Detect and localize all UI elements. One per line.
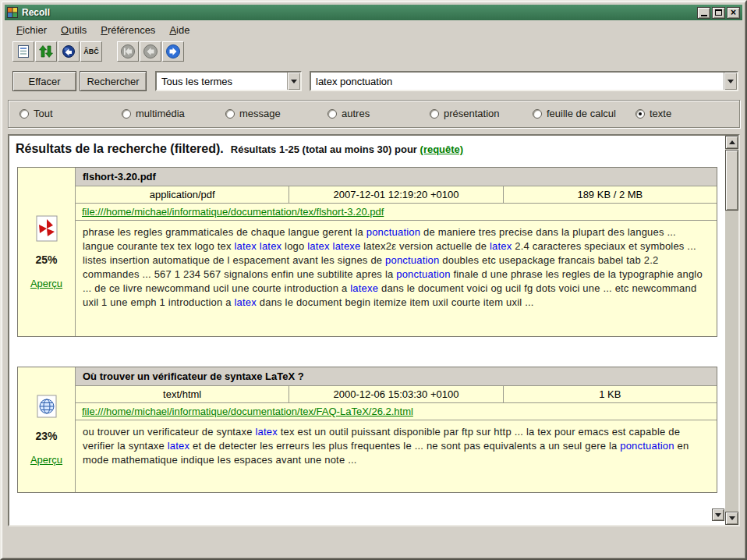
results-panel: Résultats de la recherche (filtered).Rés…	[8, 134, 740, 526]
result-mime: application/pdf	[76, 186, 289, 203]
next-page-icon	[165, 44, 181, 59]
highlighted-term: ponctuation	[396, 268, 450, 280]
query-value[interactable]: latex ponctuation	[311, 76, 724, 87]
filter-radio-tout[interactable]: Tout	[19, 108, 53, 119]
result-item: 25% Aperçu flshort-3.20.pdf application/…	[17, 167, 717, 337]
result-url-row: file:///home/michael/informatique/docume…	[76, 403, 717, 420]
highlighted-term: latexe	[333, 240, 361, 252]
filter-label: texte	[650, 108, 671, 119]
filter-radio-multimedia[interactable]: multimédia	[122, 108, 185, 119]
highlighted-term: latex	[256, 426, 278, 438]
highlighted-term: latex	[307, 240, 329, 252]
highlighted-term: latex	[260, 240, 281, 252]
highlighted-term: ponctuation	[385, 254, 439, 266]
scrollbar-thumb[interactable]	[725, 150, 738, 211]
sort-parameters-button[interactable]	[58, 41, 80, 62]
menu-fichier[interactable]: Fichier	[9, 23, 54, 37]
result-side-panel: 23% Aperçu	[18, 367, 76, 492]
chevron-down-icon[interactable]	[724, 73, 737, 90]
pdf-file-icon	[35, 215, 58, 242]
next-page-button[interactable]	[162, 41, 184, 62]
result-url-link[interactable]: file:///home/michael/informatique/docume…	[82, 206, 384, 218]
result-meta-row: application/pdf 2007-12-01 12:19:20 +010…	[76, 186, 717, 204]
highlighted-term: ponctuation	[620, 440, 674, 452]
radio-icon	[327, 109, 337, 119]
recoll-window: Recoll Fichier Outils Préférences Aide	[0, 0, 747, 560]
filter-label: multimédia	[136, 108, 185, 119]
radio-icon	[533, 109, 542, 119]
highlighted-term: ponctuation	[366, 226, 420, 238]
filter-radio-message[interactable]: message	[225, 108, 281, 119]
scroll-up-button[interactable]	[725, 136, 738, 149]
previous-page-button[interactable]	[140, 41, 161, 62]
result-item: 23% Aperçu Où trouver un vérificateur de…	[17, 367, 717, 493]
preview-link[interactable]: Aperçu	[30, 278, 62, 289]
relevance-percent: 23%	[35, 430, 57, 442]
menu-outils[interactable]: Outils	[54, 23, 94, 37]
summary-prefix: Résultats	[231, 144, 277, 155]
result-snippet: ou trouver un verificateur de syntaxe la…	[76, 420, 717, 492]
term-explorer-icon: ÂBĈ	[83, 48, 99, 55]
result-url-row: file:///home/michael/informatique/docume…	[76, 204, 717, 221]
filter-label: Tout	[34, 108, 53, 119]
filter-label: autres	[342, 108, 370, 119]
first-page-button[interactable]	[117, 41, 139, 62]
result-mime: text/html	[76, 386, 289, 402]
chevron-down-icon[interactable]	[287, 73, 300, 90]
filter-label: message	[239, 108, 281, 119]
update-index-icon	[38, 44, 54, 58]
preview-link[interactable]: Aperçu	[30, 454, 62, 466]
scroll-down-button[interactable]	[725, 512, 738, 525]
radio-icon	[19, 109, 29, 119]
highlighted-term: latex	[235, 296, 257, 308]
recoll-app-icon	[7, 7, 18, 18]
minimize-icon	[701, 15, 707, 16]
filter-radio-presentation[interactable]: présentation	[430, 108, 500, 119]
close-button close-icon[interactable]	[727, 7, 740, 19]
result-title: flshort-3.20.pdf	[76, 168, 717, 186]
highlighted-term: latexe	[350, 282, 378, 294]
query-details-link[interactable]: (requête)	[420, 144, 464, 155]
filter-radio-feuille-de-calcul[interactable]: feuille de calcul	[533, 108, 616, 119]
maximize-icon	[715, 9, 722, 16]
clear-button[interactable]: Effacer	[12, 71, 76, 91]
filter-radio-texte[interactable]: texte	[635, 108, 671, 119]
radio-icon	[635, 109, 645, 119]
term-explorer-button[interactable]: ÂBĈ	[80, 41, 102, 62]
highlighted-term: latex	[235, 240, 257, 252]
filter-radio-autres[interactable]: autres	[327, 108, 370, 119]
radio-icon	[122, 109, 131, 119]
result-url-link[interactable]: file:///home/michael/informatique/docume…	[82, 406, 413, 417]
menu-aide[interactable]: Aide	[162, 23, 196, 37]
result-size: 1 KB	[504, 386, 717, 402]
update-index-button[interactable]	[35, 41, 57, 62]
relevance-percent: 25%	[35, 253, 57, 266]
search-button[interactable]: Rechercher	[80, 71, 147, 91]
result-detail: flshort-3.20.pdf application/pdf 2007-12…	[76, 168, 717, 336]
result-size: 189 KB / 2 MB	[504, 186, 717, 203]
inner-scrollbar-down-button[interactable]	[712, 509, 724, 521]
maximize-button[interactable]	[712, 7, 725, 19]
result-detail: Où trouver un vérificateur de syntaxe La…	[76, 367, 717, 492]
radio-icon	[430, 109, 439, 119]
title-bar[interactable]: Recoll	[5, 5, 742, 20]
result-snippet: phrase les regles grammaticales de chaqu…	[76, 221, 717, 336]
category-filter-panel: Tout multimédia message autres présentat…	[8, 100, 740, 128]
window-title: Recoll	[22, 7, 696, 18]
filter-label: feuille de calcul	[547, 108, 616, 119]
menu-preferences[interactable]: Préférences	[94, 23, 162, 37]
query-input[interactable]: latex ponctuation	[310, 71, 738, 91]
minimize-button[interactable]	[697, 7, 710, 19]
search-mode-select[interactable]: Tous les termes	[155, 71, 302, 91]
results-list: Résultats de la recherche (filtered).Rés…	[9, 136, 725, 525]
menu-bar: Fichier Outils Préférences Aide	[5, 22, 742, 38]
result-title: Où trouver un vérificateur de syntaxe La…	[76, 367, 717, 386]
highlighted-term: latex	[490, 240, 512, 252]
highlighted-term: latex	[168, 440, 189, 452]
results-scrollbar[interactable]	[725, 136, 738, 525]
search-row: Effacer Rechercher Tous les termes latex…	[5, 70, 742, 92]
document-history-button[interactable]	[12, 41, 34, 62]
results-title: Résultats de la recherche (filtered).	[16, 142, 224, 155]
results-summary: Résultats 1-25 (total au moins 30) pour …	[231, 144, 463, 155]
summary-range: 1-25 (total au moins 30)	[279, 144, 391, 155]
